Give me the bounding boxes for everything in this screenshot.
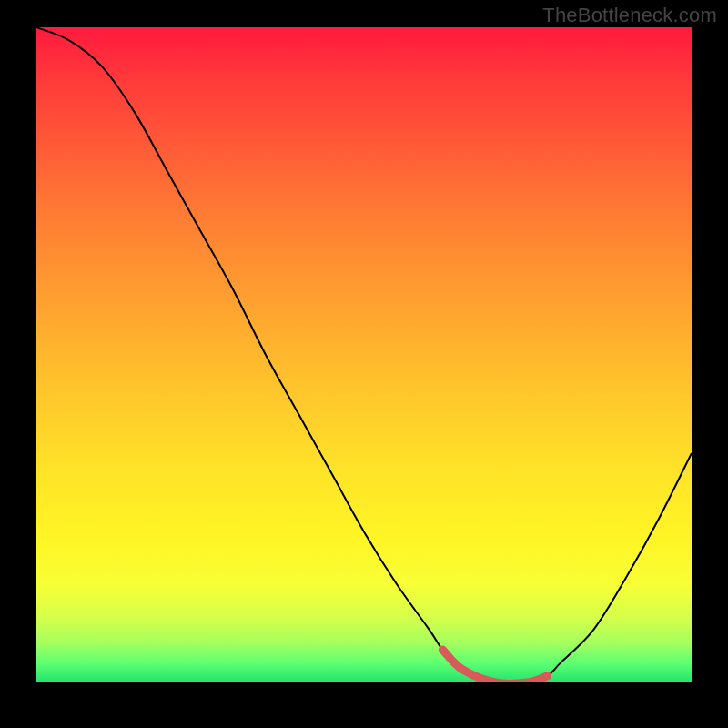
chart-svg <box>36 27 692 682</box>
watermark-text: TheBottleneck.com <box>542 4 717 27</box>
bottleneck-curve <box>36 27 692 682</box>
optimal-range-highlight <box>442 650 547 682</box>
plot-area <box>36 27 692 682</box>
chart-frame: TheBottleneck.com <box>0 0 728 728</box>
